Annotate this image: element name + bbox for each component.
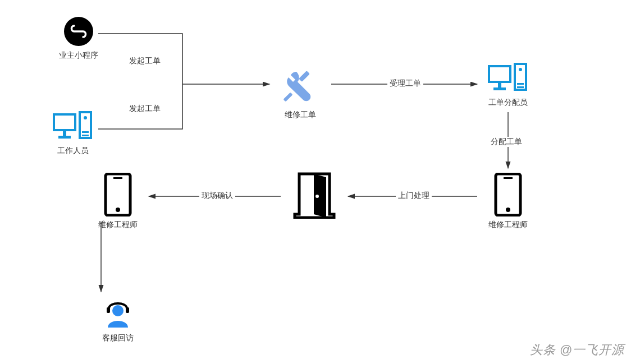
- svg-rect-14: [493, 87, 506, 90]
- svg-rect-9: [82, 135, 89, 136]
- svg-rect-13: [498, 83, 501, 87]
- svg-point-16: [519, 68, 522, 71]
- node-staff-label: 工作人员: [57, 146, 89, 156]
- svg-rect-17: [517, 83, 524, 85]
- svg-rect-3: [54, 114, 75, 130]
- door-icon: [289, 172, 340, 219]
- svg-rect-8: [82, 131, 89, 133]
- node-engineer-right-label: 维修工程师: [488, 220, 528, 230]
- svg-point-21: [506, 208, 510, 212]
- node-work-order: 维修工单: [272, 67, 328, 120]
- wrench-icon: [281, 67, 320, 107]
- svg-point-22: [316, 195, 319, 198]
- svg-rect-11: [284, 93, 293, 102]
- workstation-icon: [53, 111, 93, 142]
- svg-rect-10: [299, 71, 310, 82]
- node-work-order-label: 维修工单: [285, 110, 316, 120]
- node-engineer-left-label: 维修工程师: [98, 220, 138, 230]
- workstation-icon: [488, 63, 528, 94]
- edge-label-assign: 分配工单: [488, 137, 524, 147]
- svg-rect-6: [80, 112, 91, 138]
- edge-label-create-1: 发起工单: [127, 56, 163, 66]
- node-door: [286, 172, 342, 219]
- mobile-icon: [493, 173, 523, 216]
- watermark: 头条 @一飞开源: [530, 342, 624, 358]
- edge-label-accept: 受理工单: [387, 79, 423, 89]
- svg-rect-24: [113, 177, 122, 179]
- svg-rect-15: [515, 64, 526, 90]
- miniapp-icon: [63, 16, 94, 47]
- node-dispatcher-label: 工单分配员: [488, 98, 528, 108]
- headset-person-icon: [101, 296, 135, 330]
- svg-point-25: [116, 208, 120, 212]
- node-staff: 工作人员: [45, 111, 101, 156]
- node-dispatcher: 工单分配员: [480, 63, 536, 108]
- node-owner-app-label: 业主小程序: [59, 50, 98, 61]
- svg-rect-5: [58, 136, 71, 139]
- node-owner-app: 业主小程序: [51, 16, 107, 61]
- edge-label-onsite: 上门处理: [396, 191, 432, 201]
- node-engineer-right: 维修工程师: [480, 173, 536, 230]
- svg-rect-18: [517, 86, 524, 88]
- svg-point-7: [84, 116, 87, 119]
- svg-point-1: [74, 25, 75, 26]
- node-callback-label: 客服回访: [102, 333, 134, 343]
- watermark-text: 头条 @一飞开源: [530, 342, 624, 358]
- node-callback: 客服回访: [90, 296, 146, 343]
- svg-rect-4: [63, 131, 66, 136]
- svg-rect-12: [489, 66, 510, 82]
- svg-point-2: [83, 36, 84, 38]
- svg-rect-27: [126, 307, 129, 313]
- mobile-icon: [103, 173, 132, 216]
- svg-point-28: [112, 305, 124, 316]
- edge-label-create-2: 发起工单: [127, 104, 163, 114]
- svg-rect-20: [504, 177, 513, 179]
- edge-label-confirm: 现场确认: [199, 191, 235, 201]
- svg-rect-26: [107, 307, 110, 313]
- node-engineer-left: 维修工程师: [90, 173, 146, 230]
